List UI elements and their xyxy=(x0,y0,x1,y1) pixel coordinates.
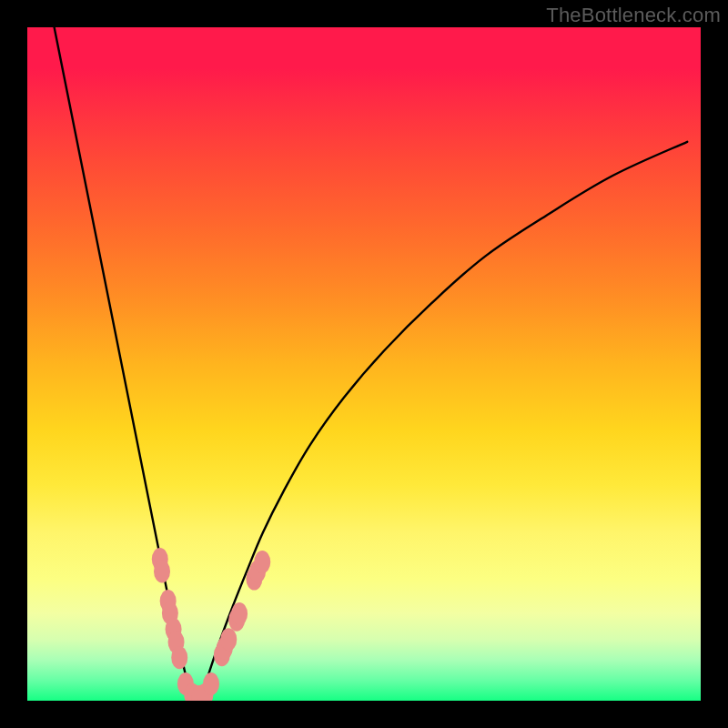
curve-group xyxy=(55,27,688,701)
series-right-branch xyxy=(196,142,687,701)
marker-group xyxy=(152,548,270,701)
chart-stage: TheBottleneck.com xyxy=(0,0,728,728)
marker-15 xyxy=(220,628,237,651)
marker-20 xyxy=(254,551,270,573)
plot-area xyxy=(27,27,701,701)
marker-12 xyxy=(203,672,219,695)
curve-layer xyxy=(27,27,701,701)
watermark-text: TheBottleneck.com xyxy=(546,4,721,27)
marker-17 xyxy=(231,602,248,625)
marker-6 xyxy=(171,646,187,669)
marker-1 xyxy=(154,560,170,582)
